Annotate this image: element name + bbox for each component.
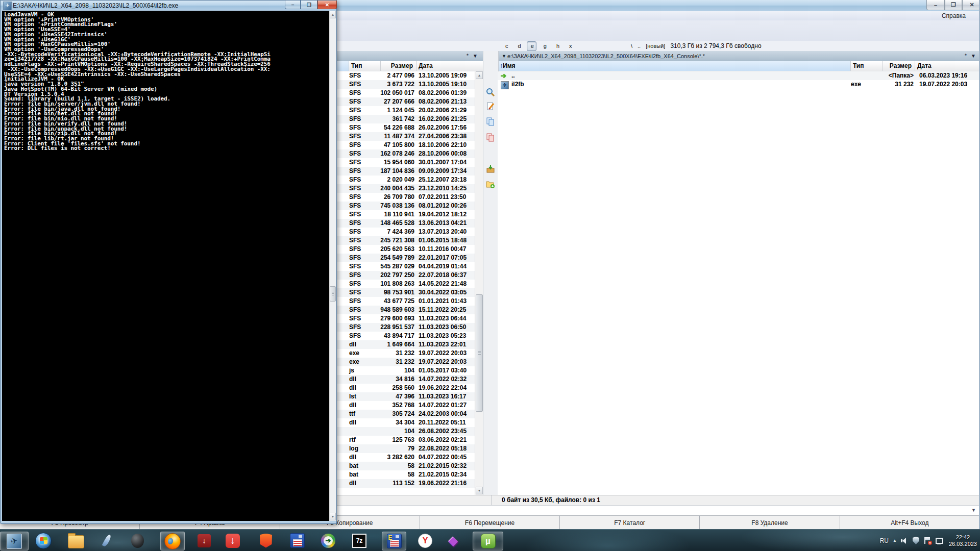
taskbar-button[interactable] xyxy=(286,532,308,549)
column-header-type[interactable]: Тип xyxy=(851,61,883,71)
desktop: – ❐ ✕ Справка c d xyxy=(0,0,980,551)
right-path-bar[interactable]: ▼ e:\ЗАКАЧКИ\IL2_X64_2098_11032023\IL2_5… xyxy=(498,51,980,62)
file-size-cell: 3 673 722 xyxy=(355,80,414,89)
taskbar-button[interactable]: ◆ xyxy=(439,532,468,549)
file-size-cell: 104 xyxy=(355,427,414,436)
move-icon[interactable] xyxy=(486,133,495,142)
file-size-cell: 79 xyxy=(355,444,414,453)
panel-history-button[interactable]: ▼ xyxy=(473,53,478,60)
scroll-up-button[interactable]: ▲ xyxy=(476,71,483,79)
file-date-cell: 11.03.2023 16:17 xyxy=(419,392,475,401)
panel-star-button[interactable]: * xyxy=(467,53,469,60)
file-size-cell: 102 050 017 xyxy=(355,89,414,97)
maximize-button[interactable]: ❐ xyxy=(301,1,317,9)
file-size-cell: 15 954 060 xyxy=(355,158,414,167)
file-date-cell: 13.07.2013 20:40 xyxy=(419,228,475,236)
drive-button[interactable] xyxy=(578,41,584,51)
file-date-cell: 20.11.2022 05:11 xyxy=(419,418,475,427)
function-key-button[interactable]: F6 Перемещение xyxy=(420,516,560,530)
file-size-cell: 31 232 xyxy=(355,349,414,358)
taskbar-button[interactable] xyxy=(160,532,185,550)
file-date-cell: 27.04.2006 23:38 xyxy=(419,132,475,141)
column-header-size[interactable]: Размер xyxy=(381,61,416,71)
file-date-cell: 30.04.2022 03:05 xyxy=(419,288,475,297)
root-button[interactable]: \ xyxy=(631,43,632,49)
function-key-button[interactable]: Alt+F4 Выход xyxy=(840,516,980,530)
table-row[interactable]: ➔ .. <Папка> 06.03.2023 19:16 xyxy=(498,71,980,80)
path-dropdown-icon[interactable]: ▼ xyxy=(502,54,506,59)
language-indicator[interactable]: RU xyxy=(880,537,889,544)
console-app-icon: ✈ xyxy=(3,2,12,10)
column-header-name[interactable]: ↑Имя xyxy=(498,61,851,71)
taskbar-button[interactable]: Y xyxy=(413,532,437,549)
taskbar-button[interactable]: E xyxy=(382,532,406,550)
close-button[interactable]: ✕ xyxy=(317,1,337,9)
column-header-date[interactable]: Дата xyxy=(416,61,474,71)
taskbar-button[interactable] xyxy=(95,532,118,549)
command-history-icon[interactable]: ▼ xyxy=(971,508,976,513)
taskbar-button[interactable]: ↓ xyxy=(220,532,245,549)
new-folder-icon[interactable] xyxy=(486,180,495,189)
file-size-cell: 1 124 045 xyxy=(355,106,414,115)
taskbar-button[interactable] xyxy=(64,532,88,549)
taskbar-button[interactable] xyxy=(30,532,57,549)
security-shield-icon[interactable] xyxy=(913,537,919,544)
table-row[interactable]: ✈ il2fb exe 31 232 19.07.2022 20:03 xyxy=(498,80,980,89)
close-button[interactable]: ✕ xyxy=(962,0,980,10)
panel-star-button[interactable]: * xyxy=(965,53,967,60)
console-scrollbar[interactable]: ▲ ▼ xyxy=(329,11,336,521)
file-size-cell: 545 287 029 xyxy=(355,262,414,271)
network-icon[interactable] xyxy=(935,537,943,544)
scrollbar-thumb[interactable] xyxy=(330,286,336,302)
action-center-flag-icon[interactable]: ✕ xyxy=(923,537,931,544)
drive-button[interactable]: c xyxy=(501,41,511,51)
scrollbar-thumb[interactable] xyxy=(476,294,483,412)
left-panel-scrollbar[interactable]: ▲ ▼ xyxy=(475,71,483,495)
console-window[interactable]: ✈ E:\ЗАКАЧКИ\IL2_X64_2098_11032023\IL2_5… xyxy=(0,0,337,524)
updir-button[interactable]: .. xyxy=(638,43,641,49)
taskbar-button[interactable]: µ xyxy=(473,532,503,550)
drive-button[interactable]: x xyxy=(565,41,575,51)
function-key-button[interactable]: F7 Каталог xyxy=(560,516,700,530)
column-header-date[interactable]: Дата xyxy=(915,61,979,71)
scroll-down-button[interactable]: ▼ xyxy=(476,487,483,494)
file-size-cell: 2 477 096 xyxy=(355,71,414,80)
scroll-down-button[interactable]: ▼ xyxy=(330,513,336,520)
drive-button[interactable]: g xyxy=(540,41,549,51)
taskbar-button[interactable]: 7z xyxy=(345,532,374,549)
scroll-up-button[interactable]: ▲ xyxy=(330,11,336,18)
edit-icon[interactable] xyxy=(486,102,495,111)
menu-help[interactable]: Справка xyxy=(942,12,966,19)
clock[interactable]: 22:42 26.03.2023 xyxy=(949,534,977,547)
file-date-cell: 11.03.2023 06:44 xyxy=(419,314,475,323)
file-date-cell: 19.07.2022 20:03 xyxy=(419,358,475,366)
view-icon[interactable] xyxy=(486,88,495,97)
app-icon: E xyxy=(387,534,402,548)
column-header-size[interactable]: Размер xyxy=(883,61,915,71)
function-key-button[interactable]: F8 Удаление xyxy=(700,516,840,530)
column-header-type[interactable]: Тип xyxy=(349,61,381,71)
drive-button[interactable]: e xyxy=(527,41,536,51)
taskbar-button[interactable]: ➔ xyxy=(316,532,340,549)
file-date-cell: 01.06.2015 18:48 xyxy=(419,236,475,245)
file-date-cell: 18.10.2006 22:10 xyxy=(419,141,475,149)
maximize-button[interactable]: ❐ xyxy=(945,0,962,10)
taskbar-button[interactable]: ✈ xyxy=(0,532,29,550)
minimize-button[interactable]: – xyxy=(926,0,945,10)
drive-button[interactable]: h xyxy=(552,41,562,51)
panel-history-button[interactable]: ▼ xyxy=(971,53,976,60)
file-date-cell: 19.04.2012 18:12 xyxy=(419,210,475,219)
minimize-button[interactable]: – xyxy=(285,1,301,9)
console-title-bar[interactable]: ✈ E:\ЗАКАЧКИ\IL2_X64_2098_11032023\IL2_5… xyxy=(1,1,336,11)
volume-icon[interactable] xyxy=(901,537,909,544)
taskbar-button[interactable] xyxy=(124,532,151,549)
hidden-icons-button[interactable]: ▲ xyxy=(893,538,897,543)
copy-icon[interactable] xyxy=(486,117,495,126)
taskbar-button[interactable] xyxy=(254,532,278,549)
file-size-cell: 187 104 836 xyxy=(355,167,414,176)
pack-icon[interactable] xyxy=(486,164,495,173)
file-date-cell: 20.02.2006 21:29 xyxy=(419,106,475,115)
app-icon xyxy=(35,533,52,549)
taskbar-button[interactable]: ↓ xyxy=(192,532,216,549)
drive-button[interactable]: d xyxy=(514,41,524,51)
